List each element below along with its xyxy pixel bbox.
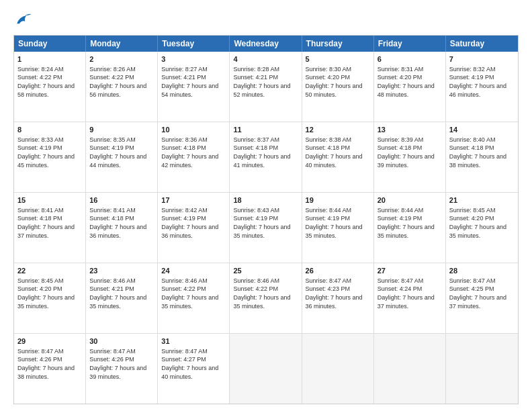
cal-week-2: 8Sunrise: 8:33 AMSunset: 4:19 PMDaylight… <box>14 122 518 193</box>
cal-header-saturday: Saturday <box>446 36 518 52</box>
day-number: 5 <box>306 54 370 64</box>
day-number: 20 <box>378 195 442 205</box>
cal-header-wednesday: Wednesday <box>230 36 302 52</box>
cal-cell <box>446 334 518 404</box>
cal-cell: 10Sunrise: 8:36 AMSunset: 4:18 PMDayligh… <box>158 122 230 192</box>
cal-week-5: 29Sunrise: 8:47 AMSunset: 4:26 PMDayligh… <box>14 334 518 404</box>
cal-week-3: 15Sunrise: 8:41 AMSunset: 4:18 PMDayligh… <box>14 193 518 263</box>
cell-info: Sunrise: 8:46 AMSunset: 4:22 PMDaylight:… <box>161 277 226 310</box>
cal-cell: 24Sunrise: 8:46 AMSunset: 4:22 PMDayligh… <box>158 263 230 333</box>
day-number: 8 <box>17 125 82 135</box>
cal-cell: 26Sunrise: 8:47 AMSunset: 4:23 PMDayligh… <box>302 263 374 333</box>
cell-info: Sunrise: 8:43 AMSunset: 4:19 PMDaylight:… <box>233 206 298 240</box>
cell-info: Sunrise: 8:47 AMSunset: 4:23 PMDaylight:… <box>306 277 370 310</box>
page: SundayMondayTuesdayWednesdayThursdayFrid… <box>0 0 532 411</box>
cell-info: Sunrise: 8:47 AMSunset: 4:27 PMDaylight:… <box>161 347 226 381</box>
day-number: 24 <box>161 266 226 276</box>
cell-info: Sunrise: 8:44 AMSunset: 4:19 PMDaylight:… <box>306 206 370 240</box>
calendar-header: SundayMondayTuesdayWednesdayThursdayFrid… <box>14 36 518 52</box>
cal-cell: 29Sunrise: 8:47 AMSunset: 4:26 PMDayligh… <box>14 334 86 404</box>
cal-cell: 4Sunrise: 8:28 AMSunset: 4:21 PMDaylight… <box>230 52 302 122</box>
cal-cell <box>302 334 374 404</box>
day-number: 17 <box>161 195 226 205</box>
cal-week-1: 1Sunrise: 8:24 AMSunset: 4:22 PMDaylight… <box>14 52 518 122</box>
cal-cell: 28Sunrise: 8:47 AMSunset: 4:25 PMDayligh… <box>446 263 518 333</box>
cal-cell: 30Sunrise: 8:47 AMSunset: 4:26 PMDayligh… <box>86 334 158 404</box>
calendar-body: 1Sunrise: 8:24 AMSunset: 4:22 PMDaylight… <box>14 52 518 404</box>
cell-info: Sunrise: 8:41 AMSunset: 4:18 PMDaylight:… <box>89 206 154 240</box>
cal-cell: 17Sunrise: 8:42 AMSunset: 4:19 PMDayligh… <box>158 193 230 263</box>
cell-info: Sunrise: 8:47 AMSunset: 4:26 PMDaylight:… <box>89 347 154 381</box>
cal-cell: 3Sunrise: 8:27 AMSunset: 4:21 PMDaylight… <box>158 52 230 122</box>
cal-cell: 5Sunrise: 8:30 AMSunset: 4:20 PMDaylight… <box>302 52 374 122</box>
day-number: 11 <box>233 125 298 135</box>
cell-info: Sunrise: 8:46 AMSunset: 4:21 PMDaylight:… <box>89 277 154 310</box>
cal-cell <box>374 334 446 404</box>
cal-week-4: 22Sunrise: 8:45 AMSunset: 4:20 PMDayligh… <box>14 263 518 334</box>
cell-info: Sunrise: 8:35 AMSunset: 4:19 PMDaylight:… <box>89 136 154 169</box>
cell-info: Sunrise: 8:38 AMSunset: 4:18 PMDaylight:… <box>306 136 370 169</box>
day-number: 10 <box>161 125 226 135</box>
cell-info: Sunrise: 8:33 AMSunset: 4:19 PMDaylight:… <box>17 136 82 169</box>
cell-info: Sunrise: 8:31 AMSunset: 4:20 PMDaylight:… <box>378 65 442 99</box>
cell-info: Sunrise: 8:27 AMSunset: 4:21 PMDaylight:… <box>161 65 226 99</box>
day-number: 19 <box>306 195 370 205</box>
cal-cell: 16Sunrise: 8:41 AMSunset: 4:18 PMDayligh… <box>86 193 158 263</box>
cell-info: Sunrise: 8:32 AMSunset: 4:19 PMDaylight:… <box>449 65 515 99</box>
cell-info: Sunrise: 8:42 AMSunset: 4:19 PMDaylight:… <box>161 206 226 240</box>
day-number: 9 <box>89 125 154 135</box>
day-number: 23 <box>89 266 154 276</box>
cell-info: Sunrise: 8:45 AMSunset: 4:20 PMDaylight:… <box>449 206 515 240</box>
cell-info: Sunrise: 8:40 AMSunset: 4:18 PMDaylight:… <box>449 136 515 169</box>
day-number: 3 <box>161 54 226 64</box>
cal-cell: 27Sunrise: 8:47 AMSunset: 4:24 PMDayligh… <box>374 263 446 333</box>
cell-info: Sunrise: 8:24 AMSunset: 4:22 PMDaylight:… <box>17 65 82 99</box>
day-number: 25 <box>233 266 298 276</box>
day-number: 26 <box>306 266 370 276</box>
cal-cell: 15Sunrise: 8:41 AMSunset: 4:18 PMDayligh… <box>14 193 86 263</box>
cell-info: Sunrise: 8:37 AMSunset: 4:18 PMDaylight:… <box>233 136 298 169</box>
day-number: 6 <box>378 54 442 64</box>
day-number: 30 <box>89 336 154 347</box>
cell-info: Sunrise: 8:28 AMSunset: 4:21 PMDaylight:… <box>233 65 298 99</box>
day-number: 1 <box>17 54 82 64</box>
cell-info: Sunrise: 8:36 AMSunset: 4:18 PMDaylight:… <box>161 136 226 169</box>
logo <box>13 11 35 30</box>
day-number: 2 <box>89 54 154 64</box>
cal-header-monday: Monday <box>86 36 158 52</box>
day-number: 14 <box>449 125 515 135</box>
day-number: 21 <box>449 195 515 205</box>
cal-cell: 7Sunrise: 8:32 AMSunset: 4:19 PMDaylight… <box>446 52 518 122</box>
cal-cell: 20Sunrise: 8:44 AMSunset: 4:19 PMDayligh… <box>374 193 446 263</box>
cell-info: Sunrise: 8:47 AMSunset: 4:24 PMDaylight:… <box>378 277 442 310</box>
day-number: 12 <box>306 125 370 135</box>
cal-cell: 2Sunrise: 8:26 AMSunset: 4:22 PMDaylight… <box>86 52 158 122</box>
cal-cell: 11Sunrise: 8:37 AMSunset: 4:18 PMDayligh… <box>230 122 302 192</box>
day-number: 22 <box>17 266 82 276</box>
cal-header-friday: Friday <box>374 36 446 52</box>
cal-cell: 19Sunrise: 8:44 AMSunset: 4:19 PMDayligh… <box>302 193 374 263</box>
day-number: 18 <box>233 195 298 205</box>
day-number: 15 <box>17 195 82 205</box>
cell-info: Sunrise: 8:26 AMSunset: 4:22 PMDaylight:… <box>89 65 154 99</box>
cal-cell: 18Sunrise: 8:43 AMSunset: 4:19 PMDayligh… <box>230 193 302 263</box>
cell-info: Sunrise: 8:30 AMSunset: 4:20 PMDaylight:… <box>306 65 370 99</box>
cal-cell: 1Sunrise: 8:24 AMSunset: 4:22 PMDaylight… <box>14 52 86 122</box>
cal-cell: 8Sunrise: 8:33 AMSunset: 4:19 PMDaylight… <box>14 122 86 192</box>
cal-cell: 23Sunrise: 8:46 AMSunset: 4:21 PMDayligh… <box>86 263 158 333</box>
day-number: 29 <box>17 336 82 347</box>
cal-cell: 31Sunrise: 8:47 AMSunset: 4:27 PMDayligh… <box>158 334 230 404</box>
cal-cell: 14Sunrise: 8:40 AMSunset: 4:18 PMDayligh… <box>446 122 518 192</box>
cal-header-tuesday: Tuesday <box>158 36 230 52</box>
cell-info: Sunrise: 8:39 AMSunset: 4:18 PMDaylight:… <box>378 136 442 169</box>
calendar: SundayMondayTuesdayWednesdayThursdayFrid… <box>13 35 519 404</box>
cal-cell: 13Sunrise: 8:39 AMSunset: 4:18 PMDayligh… <box>374 122 446 192</box>
cal-cell: 21Sunrise: 8:45 AMSunset: 4:20 PMDayligh… <box>446 193 518 263</box>
cal-header-sunday: Sunday <box>14 36 86 52</box>
cal-cell <box>230 334 302 404</box>
cal-cell: 25Sunrise: 8:46 AMSunset: 4:22 PMDayligh… <box>230 263 302 333</box>
cal-cell: 22Sunrise: 8:45 AMSunset: 4:20 PMDayligh… <box>14 263 86 333</box>
day-number: 7 <box>449 54 515 64</box>
cal-header-thursday: Thursday <box>302 36 374 52</box>
day-number: 16 <box>89 195 154 205</box>
